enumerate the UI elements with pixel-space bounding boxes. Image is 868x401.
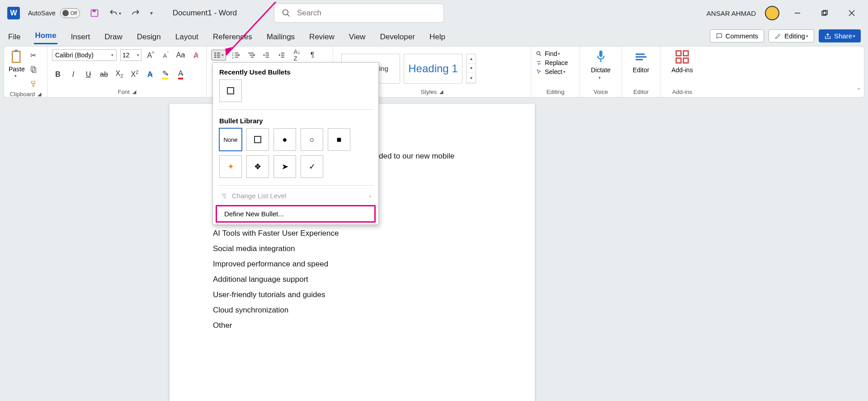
undo-button[interactable]: ▾ [107,7,123,19]
define-new-bullet-item[interactable]: Define New Bullet... [216,205,376,223]
underline-button[interactable]: U▾ [83,69,94,80]
tab-insert[interactable]: Insert [70,30,91,44]
recent-bullets-title: Recently Used Bullets [213,63,378,79]
editing-mode-button[interactable]: Editing ▾ [769,29,814,42]
editor-button[interactable]: Editor [627,49,656,74]
superscript-button[interactable]: X2 [129,69,141,80]
bullet-checkmark[interactable]: ✓ [301,155,323,178]
maximize-button[interactable] [816,4,834,22]
italic-button[interactable]: I [67,69,79,80]
autosave-control[interactable]: AutoSave Off [28,8,80,18]
highlight-button[interactable]: ✎▾ [160,69,171,80]
comments-button[interactable]: Comments [710,29,764,42]
font-color-button[interactable]: A▾ [175,69,187,80]
tab-references[interactable]: References [212,30,253,44]
recent-bullet-hollow-square[interactable] [219,79,242,102]
format-painter-button[interactable] [28,78,39,90]
doc-line[interactable]: Cloud synchronization [213,303,491,318]
doc-line[interactable]: Additional language support [213,272,491,287]
decrease-indent-button[interactable] [260,49,272,61]
doc-line[interactable]: Improved performance and speed [213,256,491,272]
editor-label: Editor [633,66,650,74]
tabs-right-cluster: Comments Editing ▾ Share ▾ [710,29,861,42]
tab-developer[interactable]: Developer [379,30,416,44]
style-heading-1[interactable]: Heading 1 [404,54,462,84]
bold-button[interactable]: B [52,69,64,80]
bullet-square[interactable]: ■ [328,128,350,151]
tab-layout[interactable]: Layout [175,30,199,44]
chevron-down-icon[interactable]: ▾ [467,64,476,73]
font-name-combo[interactable]: Calibri (Body)▾ [52,49,117,61]
bullet-arrow[interactable]: ➤ [274,155,296,178]
cut-button[interactable]: ✂ [28,49,39,61]
doc-line[interactable]: User-friendly tutorials and guides [213,287,491,303]
tab-file[interactable]: File [7,30,21,44]
subscript-button[interactable]: X2 [113,69,125,80]
strikethrough-button[interactable]: ab [98,69,110,80]
dialog-launcher-icon[interactable]: ◢ [132,89,136,95]
chevron-up-icon[interactable]: ▴ [467,54,476,64]
dialog-launcher-icon[interactable]: ◢ [38,91,41,97]
scissors-icon: ✂ [30,51,36,60]
increase-indent-button[interactable] [276,49,288,61]
user-avatar[interactable] [765,6,779,20]
addins-button[interactable]: Add-ins [665,49,699,74]
show-marks-button[interactable]: ¶ [307,49,318,61]
doc-line[interactable]: Other [213,318,491,333]
caret-down-icon: ▾ [111,53,113,57]
minimize-button[interactable] [788,4,807,22]
paste-label: Paste [9,65,25,73]
tab-draw[interactable]: Draw [104,30,123,44]
search-input[interactable] [297,9,436,18]
change-case-button[interactable]: Aa▾ [175,49,186,61]
copy-button[interactable] [28,64,39,75]
doc-line[interactable]: AI Tools with Faster User Experience [213,226,491,241]
styles-scroll[interactable]: ▴▾▾ [466,54,476,84]
styles-more-icon[interactable]: ▾ [467,73,476,83]
paste-button[interactable]: Paste ▾ [9,49,25,90]
tab-review[interactable]: Review [308,30,335,44]
svg-text:3: 3 [232,56,233,59]
customize-qat-button[interactable]: ▾ [148,9,155,17]
select-button[interactable]: Select▾ [536,68,575,75]
text-effects-button[interactable]: A▾ [144,69,156,80]
dialog-launcher-icon[interactable]: ◢ [439,89,443,95]
multilevel-list-button[interactable]: ▾ [245,49,257,61]
tab-help[interactable]: Help [429,30,446,44]
dictate-button[interactable]: Dictate ▾ [585,49,617,80]
bullet-circle[interactable]: ○ [301,128,323,151]
caret-down-icon: ▾ [89,72,91,77]
find-button[interactable]: Find▾ [536,50,575,57]
bullet-diamond-cluster[interactable]: ❖ [246,155,269,178]
clear-formatting-button[interactable]: A̷ [190,49,202,61]
bullet-hollow-square[interactable] [246,128,269,151]
shrink-font-button[interactable]: Aˇ [160,49,171,61]
tab-view[interactable]: View [348,30,367,44]
quick-access-toolbar: ▾ ▾ [88,7,155,19]
close-button[interactable] [843,4,861,22]
save-button[interactable] [88,7,101,19]
svg-rect-41 [227,88,234,94]
bullet-disc[interactable]: ● [274,128,296,151]
caret-down-icon: ▾ [119,11,121,16]
tab-home[interactable]: Home [34,28,57,44]
caret-down-icon: ▾ [563,70,566,74]
sort-button[interactable]: A↓Z [291,49,303,61]
search-box[interactable] [274,4,444,23]
grow-font-button[interactable]: A^ [145,49,156,61]
square-icon: ■ [337,135,342,145]
redo-button[interactable] [129,7,142,19]
collapse-ribbon-button[interactable]: ˄ [857,87,860,94]
doc-line[interactable]: Social media integration [213,241,491,256]
svg-line-3 [288,14,290,17]
numbering-button[interactable]: 123▾ [230,49,241,61]
bullets-button[interactable]: ▾ [211,50,226,61]
tab-design[interactable]: Design [136,30,162,44]
bullet-four-diamond[interactable]: ✦ [219,155,242,178]
font-size-combo[interactable]: 12▾ [120,49,142,61]
tab-mailings[interactable]: Mailings [266,30,296,44]
replace-button[interactable]: Replace [536,59,575,66]
share-button[interactable]: Share ▾ [819,29,861,42]
bullet-none[interactable]: None [219,128,242,151]
autosave-toggle[interactable]: Off [60,8,80,18]
